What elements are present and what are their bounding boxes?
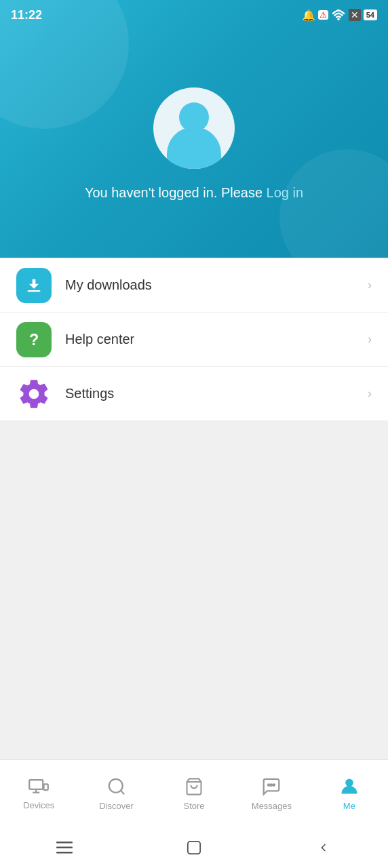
svg-point-9 bbox=[273, 784, 275, 786]
help-icon-wrap: ? bbox=[16, 322, 52, 357]
nav-item-messages[interactable]: Messages bbox=[233, 760, 310, 827]
me-icon bbox=[340, 776, 359, 797]
svg-rect-13 bbox=[56, 852, 73, 854]
svg-point-8 bbox=[271, 784, 273, 786]
nav-item-discover[interactable]: Discover bbox=[77, 760, 155, 827]
menu-item-settings[interactable]: Settings › bbox=[0, 367, 388, 421]
login-prompt: You haven't logged in. Please Log in bbox=[85, 185, 303, 201]
svg-rect-12 bbox=[56, 847, 73, 849]
status-bar: 11:22 🔔 ⚠ ✕ 54 bbox=[0, 0, 388, 30]
wifi-icon bbox=[331, 9, 346, 20]
menu-item-help[interactable]: ? Help center › bbox=[0, 313, 388, 367]
sys-back-button[interactable] bbox=[310, 834, 337, 861]
svg-rect-14 bbox=[188, 842, 200, 854]
help-label: Help center bbox=[65, 332, 368, 347]
download-icon bbox=[24, 276, 43, 295]
nav-label-discover: Discover bbox=[99, 801, 134, 811]
settings-chevron: › bbox=[368, 387, 372, 401]
menu-item-downloads[interactable]: My downloads › bbox=[0, 258, 388, 313]
discover-icon bbox=[106, 776, 127, 797]
help-chevron: › bbox=[368, 332, 372, 347]
svg-point-7 bbox=[268, 784, 270, 786]
cancel-icon: ✕ bbox=[349, 9, 361, 21]
nav-label-messages: Messages bbox=[252, 801, 292, 811]
downloads-icon-wrap bbox=[16, 268, 52, 303]
menu-section: My downloads › ? Help center › Settings … bbox=[0, 258, 388, 421]
nav-item-store[interactable]: Store bbox=[155, 760, 233, 827]
nav-label-store: Store bbox=[183, 801, 204, 811]
svg-text:?: ? bbox=[29, 331, 39, 349]
notification-icon-2: ⚠ bbox=[318, 10, 328, 20]
avatar bbox=[153, 87, 235, 169]
gear-icon bbox=[17, 377, 51, 411]
status-time: 11:22 bbox=[11, 8, 42, 22]
bottom-nav: Devices Discover Store Messages bbox=[0, 760, 388, 827]
messages-icon bbox=[261, 776, 282, 797]
svg-rect-3 bbox=[29, 780, 43, 789]
sys-home-button[interactable] bbox=[180, 834, 208, 861]
settings-label: Settings bbox=[65, 386, 368, 401]
svg-rect-1 bbox=[28, 290, 41, 292]
nav-label-me: Me bbox=[343, 801, 355, 811]
system-nav-bar bbox=[0, 827, 388, 868]
svg-point-10 bbox=[345, 778, 353, 787]
status-icons: 🔔 ⚠ ✕ 54 bbox=[302, 9, 377, 22]
svg-point-0 bbox=[337, 18, 340, 20]
devices-icon bbox=[28, 777, 49, 796]
nav-item-devices[interactable]: Devices bbox=[0, 760, 77, 827]
svg-point-5 bbox=[109, 779, 122, 793]
battery-indicator: 54 bbox=[364, 9, 377, 20]
login-link[interactable]: Log in bbox=[267, 185, 304, 200]
nav-label-devices: Devices bbox=[23, 800, 54, 810]
svg-rect-4 bbox=[44, 784, 48, 790]
avatar-head bbox=[179, 102, 209, 132]
avatar-body bbox=[167, 127, 221, 169]
notification-icon-1: 🔔 bbox=[302, 9, 315, 22]
downloads-label: My downloads bbox=[65, 277, 368, 293]
store-icon bbox=[185, 776, 203, 797]
nav-item-me[interactable]: Me bbox=[311, 760, 388, 827]
hero-section: You haven't logged in. Please Log in bbox=[0, 0, 388, 258]
help-icon: ? bbox=[24, 330, 43, 349]
downloads-chevron: › bbox=[368, 278, 372, 292]
settings-icon-wrap bbox=[16, 376, 52, 412]
svg-rect-11 bbox=[56, 842, 73, 844]
content-area bbox=[0, 421, 388, 801]
sys-menu-button[interactable] bbox=[51, 834, 78, 861]
